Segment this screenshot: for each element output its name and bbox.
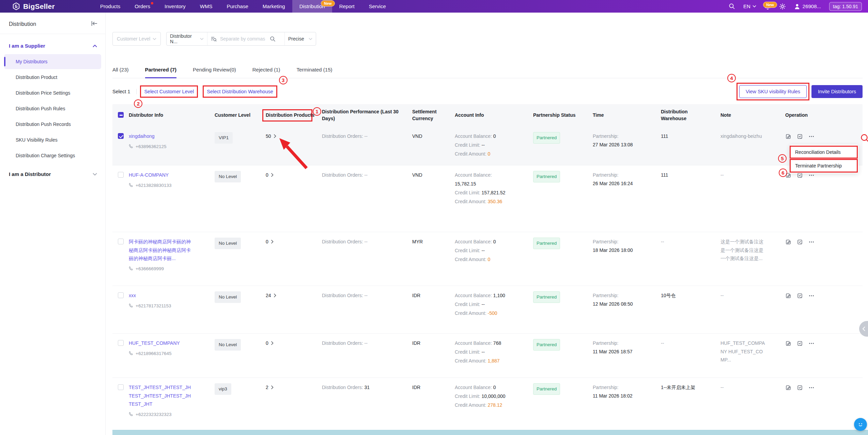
distribution-products-link[interactable]: 50 bbox=[266, 132, 276, 141]
tab-pending-review[interactable]: Pending Review(0) bbox=[193, 67, 236, 78]
nav-item-inventory[interactable]: Inventory bbox=[157, 0, 193, 13]
nav-item-report[interactable]: Report bbox=[332, 0, 362, 13]
nav-item-service[interactable]: Service bbox=[362, 0, 393, 13]
operation-cell bbox=[785, 378, 863, 435]
select-distribution-warehouse-button[interactable]: Select Distribution Warehouse 3 bbox=[207, 89, 273, 94]
notifications-bell-icon[interactable]: New bbox=[764, 3, 771, 10]
sidebar-item-distribution-price-settings[interactable]: Distribution Price Settings bbox=[4, 85, 101, 100]
chevron-down-icon bbox=[153, 38, 156, 40]
sidebar-section-distributor[interactable]: I am a Distributor bbox=[0, 164, 105, 182]
sidebar-collapse-icon[interactable] bbox=[91, 21, 98, 28]
edit-note-icon[interactable] bbox=[785, 385, 791, 391]
sidebar-item-sku-visibility-rules[interactable]: SKU Visibility Rules bbox=[4, 132, 101, 147]
language-selector[interactable]: EN bbox=[743, 3, 756, 9]
chevron-right-icon bbox=[274, 293, 276, 297]
account-info: Account Balance: 0Credit Limit: 10,000,0… bbox=[455, 378, 533, 435]
sidebar-item-distribution-charge-settings[interactable]: Distribution Charge Settings bbox=[4, 148, 101, 163]
menu-item-reconciliation-details[interactable]: Reconciliation Details 5 bbox=[790, 145, 858, 159]
brand-logo[interactable]: BigSeller bbox=[0, 2, 63, 11]
distributor-name-link[interactable]: TEST_JHTEST_JHTEST_JHTEST_JHTEST_JHTEST_… bbox=[129, 383, 192, 408]
table-row: HUF_TEST_COMPANY +6218966317645 No Level… bbox=[112, 334, 863, 378]
search-input[interactable] bbox=[219, 36, 267, 42]
customer-level-select[interactable]: Customer Level bbox=[112, 32, 161, 46]
partnership-status-badge: Partnered bbox=[533, 291, 560, 303]
column-operation: Operation bbox=[785, 109, 863, 122]
menu-item-terminate-partnership[interactable]: Terminate Partnership 6 bbox=[790, 159, 858, 173]
floating-search-icon[interactable] bbox=[860, 133, 868, 145]
nav-menu: Products Orders Inventory WMS Purchase M… bbox=[93, 0, 393, 13]
table-body: xingdaihong +63896362125 VIP1 50 Distrib… bbox=[112, 127, 863, 435]
distributor-name-link[interactable]: xingdaihong bbox=[129, 132, 155, 141]
more-actions-icon[interactable] bbox=[808, 340, 815, 347]
tab-partnered[interactable]: Partnered (7) bbox=[145, 67, 177, 78]
distributor-phone: +6366669999 bbox=[129, 265, 192, 273]
invite-distributors-button[interactable]: Invite Distributors bbox=[811, 85, 863, 98]
edit-note-icon[interactable] bbox=[785, 340, 791, 347]
distributor-name-link[interactable]: 阿卡丽的神秘商店阿卡丽的神秘商店阿卡丽的神秘商店阿卡丽的神秘商店阿卡丽... bbox=[129, 238, 192, 263]
reconciliation-icon[interactable] bbox=[797, 340, 803, 347]
reconciliation-icon[interactable] bbox=[797, 133, 803, 140]
more-actions-icon[interactable] bbox=[808, 133, 815, 140]
edit-note-icon[interactable] bbox=[785, 133, 791, 140]
sidebar-item-distribution-push-rules[interactable]: Distribution Push Rules bbox=[4, 101, 101, 116]
row-checkbox[interactable] bbox=[118, 239, 124, 244]
reconciliation-icon[interactable] bbox=[797, 385, 803, 391]
sidebar-item-distribution-push-records[interactable]: Distribution Push Records bbox=[4, 117, 101, 132]
customer-service-chat-icon[interactable] bbox=[854, 418, 867, 431]
horizontal-scrollbar[interactable] bbox=[112, 430, 868, 435]
more-actions-icon[interactable] bbox=[808, 293, 815, 299]
notifications-new-badge: New bbox=[763, 2, 777, 8]
distribution-products-link[interactable]: 0 bbox=[266, 171, 274, 179]
view-sku-visibility-rules-button[interactable]: View SKU visibility Rules 4 bbox=[739, 85, 807, 98]
sidebar-item-distribution-product[interactable]: Distribution Product bbox=[4, 70, 101, 85]
partnership-status-badge: Partnered bbox=[533, 383, 560, 395]
top-navbar: BigSeller Products Orders Inventory WMS … bbox=[0, 0, 868, 13]
nav-item-products[interactable]: Products bbox=[93, 0, 127, 13]
partnership-status-badge: Partnered bbox=[533, 238, 560, 249]
select-all-checkbox[interactable] bbox=[118, 112, 124, 118]
row-checkbox[interactable] bbox=[118, 384, 124, 390]
match-mode-select[interactable]: Precise bbox=[284, 32, 316, 45]
tab-rejected[interactable]: Rejected (1) bbox=[252, 67, 280, 78]
row-checkbox[interactable] bbox=[118, 133, 124, 139]
more-actions-icon[interactable] bbox=[808, 239, 815, 245]
distribution-warehouse: -- bbox=[661, 334, 720, 377]
select-customer-level-button[interactable]: Select Customer Level 2 bbox=[144, 89, 194, 94]
edit-note-icon[interactable] bbox=[785, 293, 791, 299]
tab-all[interactable]: All (23) bbox=[112, 67, 129, 78]
row-checkbox[interactable] bbox=[118, 292, 124, 298]
sidebar-section-supplier[interactable]: I am a Supplier bbox=[0, 34, 105, 53]
distributor-name-link[interactable]: HUF-A-COMPANY bbox=[129, 171, 169, 179]
distribution-products-link[interactable]: 2 bbox=[266, 383, 274, 392]
row-checkbox[interactable] bbox=[118, 340, 124, 346]
user-account[interactable]: 26908... bbox=[794, 3, 821, 10]
distribution-warehouse: -- bbox=[661, 232, 720, 286]
nav-item-wms[interactable]: WMS bbox=[193, 0, 220, 13]
distribution-products-link[interactable]: 24 bbox=[266, 291, 276, 300]
more-actions-icon[interactable] bbox=[808, 385, 815, 391]
search-icon[interactable] bbox=[729, 3, 735, 10]
chevron-right-icon bbox=[271, 385, 274, 389]
nav-item-purchase[interactable]: Purchase bbox=[219, 0, 255, 13]
edit-note-icon[interactable] bbox=[785, 172, 791, 178]
search-icon[interactable] bbox=[270, 36, 276, 42]
tab-terminated[interactable]: Terminated (15) bbox=[296, 67, 332, 78]
settings-gear-icon[interactable] bbox=[779, 3, 786, 10]
settlement-currency: VND bbox=[412, 127, 455, 165]
reconciliation-icon[interactable] bbox=[797, 239, 803, 245]
distribution-products-link[interactable]: 0 bbox=[266, 238, 274, 246]
customer-level-badge: No Level bbox=[215, 238, 241, 249]
phone-icon bbox=[129, 266, 134, 271]
version-tag-badge: tag: 1.50.91 bbox=[829, 2, 862, 11]
distribution-products-link[interactable]: 0 bbox=[266, 339, 274, 348]
distributor-name-link[interactable]: xxx bbox=[129, 291, 136, 300]
nav-item-marketing[interactable]: Marketing bbox=[255, 0, 292, 13]
edit-note-icon[interactable] bbox=[785, 239, 791, 245]
nav-item-orders[interactable]: Orders bbox=[127, 0, 157, 13]
sidebar-item-my-distributors[interactable]: My Distributors bbox=[4, 54, 101, 69]
distributor-name-link[interactable]: HUF_TEST_COMPANY bbox=[129, 339, 180, 348]
row-checkbox[interactable] bbox=[118, 172, 124, 178]
nav-item-distribution[interactable]: DistributionNew bbox=[292, 0, 332, 13]
reconciliation-icon[interactable] bbox=[797, 293, 803, 299]
search-type-select[interactable]: Distributor N... bbox=[167, 32, 207, 45]
